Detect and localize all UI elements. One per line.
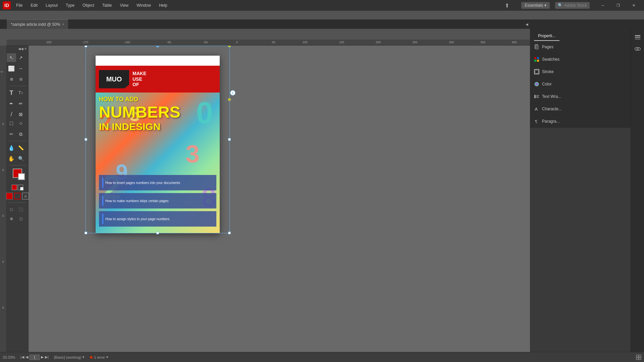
character-header[interactable]: A Characte... [530,103,631,115]
paragraph-header[interactable]: ¶ Paragra... [530,115,631,127]
adobe-stock-search[interactable]: 🔍 Adobe Stock [555,2,590,9]
menu-table[interactable]: Table [100,2,115,8]
svg-text:A: A [535,107,538,112]
svg-rect-6 [537,57,539,59]
panel-icon-links[interactable] [632,44,643,54]
tool-separator-3 [9,165,26,166]
tool-group-draw: ✒ ✏ [7,99,28,109]
menu-help[interactable]: Help [156,2,170,8]
svg-point-11 [535,82,539,86]
tool-group-hand: ✋ 🔍 [7,154,28,164]
tool-separator-2 [9,141,26,141]
type-tool[interactable]: T [7,88,16,97]
menu-file[interactable]: File [13,2,25,8]
menu-object[interactable]: Object [80,2,97,8]
direct-select-tool[interactable]: ↗ [16,53,25,62]
muo-tagline: MAKE USE OF [132,71,146,87]
line-tool[interactable]: / [7,110,16,119]
svg-rect-0 [635,35,640,36]
measure-tool[interactable]: 📏 [16,143,25,152]
headline-large: NUMBERS [99,104,216,120]
tool-group-select: ↖ ↗ [7,53,28,63]
status-error[interactable]: 1 error ▾ [90,355,108,359]
toolbox-close-button[interactable]: ✕ [24,47,27,51]
menu-layout[interactable]: Layout [43,2,60,8]
tab-properties[interactable]: Properti... [534,32,559,41]
color-section: Color [530,78,631,90]
page-nav-last-button[interactable]: ▶| [45,355,49,359]
status-zoom[interactable]: 33.33% [3,355,15,359]
background-color[interactable] [18,173,25,180]
hand-tool[interactable]: ✋ [7,154,16,163]
free-transform-tool[interactable]: ⧉ [16,130,25,138]
character-section: A Characte... [530,103,631,115]
stroke-color-button[interactable] [14,193,21,199]
handle-bottom-right[interactable] [228,232,231,234]
pencil-tool[interactable]: ✏ [16,99,25,108]
titlebar: ID File Edit Layout Type Object Table Vi… [0,0,644,11]
panel-collapse-button[interactable]: ◀ [524,19,530,29]
page-nav-prev-button[interactable]: ◀ [25,355,28,359]
handle-top-left[interactable] [85,46,87,47]
tool-group-view: □ ⬛ ⊞ ▢ [7,204,28,224]
titlebar-right: ⬆ Essentials ▾ 🔍 Adobe Stock ─ ❐ ✕ [505,0,641,11]
menu-view[interactable]: View [117,2,131,8]
handle-middle-right[interactable] [228,138,231,141]
status-view-toggle[interactable] [636,355,641,360]
menu-window[interactable]: Window [134,2,154,8]
tool-group-content: ⊞ ⊟ [7,74,28,84]
gap-tool[interactable]: ↔ [16,64,25,73]
menu-edit[interactable]: Edit [28,2,40,8]
titlebar-left: ID File Edit Layout Type Object Table Vi… [3,1,170,9]
content-placer-tool[interactable]: ⊟ [16,75,25,83]
stroke-header[interactable]: Stroke [530,66,631,78]
color-header[interactable]: Color [530,78,631,90]
essentials-dropdown[interactable]: Essentials ▾ [521,2,550,9]
default-colors-icon[interactable] [18,185,23,190]
select-tool[interactable]: ↖ [7,53,16,62]
restore-button[interactable]: ❐ [610,0,626,11]
grid-view-icon [636,355,641,360]
vertical-type-tool[interactable]: T↕ [16,88,25,97]
fill-color-button[interactable] [6,193,13,199]
ellipse-tool[interactable]: ○ [16,119,25,128]
svg-rect-7 [534,60,536,62]
document-tab[interactable]: *sample article.indd @ 50% × [7,19,68,29]
minimize-button[interactable]: ─ [595,0,610,11]
status-style[interactable]: [Basic] (working) ▾ [54,355,85,359]
page-nav-first-button[interactable]: |◀ [20,355,24,359]
close-button[interactable]: ✕ [626,0,641,11]
handle-top-center[interactable] [156,46,159,47]
tool-separator-4 [9,202,26,203]
tab-close-button[interactable]: × [62,22,64,26]
swap-color-icon[interactable] [12,185,17,190]
rounded-rect-button[interactable]: ▢ [16,214,25,223]
pen-tool[interactable]: ✒ [7,99,16,108]
toolbox-collapse-button[interactable]: ◀◀ [18,47,23,51]
bullet-items: How to insert pages numbers into your do… [99,175,216,227]
page-number-input[interactable] [30,355,40,360]
text-wrap-header[interactable]: Text Wra... [530,90,631,103]
none-color-button[interactable]: ⊘ [22,193,29,199]
pages-header[interactable]: Pages [530,41,631,53]
handle-top-right[interactable] [228,46,231,47]
page-tool[interactable]: ⬜ [7,64,16,73]
zoom-tool[interactable]: 🔍 [16,154,25,163]
swatches-header[interactable]: Swatches [530,53,631,65]
handle-bottom-left[interactable] [85,232,87,234]
info-icon[interactable]: ℹ [230,90,235,96]
page-container[interactable]: MUO MAKE USE OF 0 2 5 2 8 3 9 [96,56,220,233]
normal-view-button[interactable]: □ [7,205,16,214]
rect-frame-tool[interactable]: ⊠ [16,110,25,119]
page-nav-next-button[interactable]: ▶ [41,355,44,359]
rect-tool[interactable]: □ [7,119,16,128]
eyedropper-tool[interactable]: 💧 [7,143,16,152]
preview-view-button[interactable]: ⬛ [16,205,25,214]
handle-content-grabber[interactable] [228,98,231,101]
menu-type[interactable]: Type [63,2,77,8]
content-collector-tool[interactable]: ⊞ [7,75,16,83]
scissors-tool[interactable]: ✂ [7,130,16,138]
frame-edges-button[interactable]: ⊞ [7,214,16,223]
handle-middle-left[interactable] [85,138,87,141]
panel-icon-layers[interactable] [632,32,643,42]
